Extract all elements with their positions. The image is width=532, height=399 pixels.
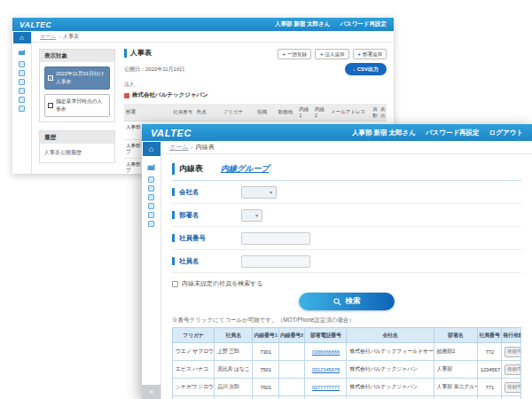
breadcrumb: ホーム › 内線表 bbox=[161, 141, 532, 154]
form-row: 会社名 ▼ bbox=[172, 181, 521, 204]
publish-date: 公開日：2022年11月10日 bbox=[124, 66, 184, 74]
request-status-button[interactable]: 依頼中 bbox=[505, 382, 520, 393]
department-select[interactable]: ▼ bbox=[241, 209, 262, 222]
table-header-row: 部署社員番号 氏名フリガナ 役職勤務地 内線1内線2 メールアドレス異動 表示 bbox=[124, 104, 387, 121]
table-row: シナガワ ジロウ品川 次郎 7601 0377777777 株式会社バルテックジ… bbox=[173, 379, 521, 396]
home-icon[interactable]: ⌂ bbox=[143, 142, 160, 156]
display-target-heading: 表示対象 bbox=[40, 50, 114, 62]
plus-icon: ＋ bbox=[357, 51, 363, 58]
employee-number-input[interactable] bbox=[241, 232, 310, 245]
logged-in-user: 人事部 新宿 太郎さん bbox=[352, 129, 416, 137]
sidebar-expand-button[interactable]: » bbox=[142, 385, 160, 399]
menu-icon[interactable] bbox=[148, 221, 154, 227]
menu-icon[interactable] bbox=[148, 185, 154, 192]
breadcrumb-home-link[interactable]: ホーム bbox=[40, 33, 56, 41]
home-icon[interactable]: ⌂ bbox=[13, 32, 31, 43]
base-date-hr-table-option[interactable]: 指定基準日時点の人事表 bbox=[44, 94, 110, 117]
extension-table: フリガナ社員名 内線番号1内線番号2 部署電話番号会社名 部署名社員番号 発行依… bbox=[172, 327, 521, 399]
menu-icon[interactable] bbox=[19, 106, 25, 112]
employee-name-input[interactable] bbox=[241, 255, 310, 268]
plus-icon: ＋ bbox=[319, 51, 325, 58]
option-label: 2022年11月01日付け人事表 bbox=[56, 70, 106, 86]
plus-icon: ＋ bbox=[282, 51, 287, 58]
add-corporation-button[interactable]: ＋法人追加 bbox=[315, 49, 349, 59]
request-status-button[interactable]: 依頼中 bbox=[505, 347, 520, 357]
add-department-button[interactable]: ＋部署追加 bbox=[353, 49, 387, 59]
employee-number-label: 社員番号 bbox=[172, 234, 241, 242]
menu-icon[interactable] bbox=[19, 61, 25, 67]
menu-icon[interactable] bbox=[148, 203, 154, 209]
breadcrumb: ホーム › 人事表 bbox=[32, 31, 394, 43]
checked-checkbox-icon: ✓ bbox=[48, 75, 53, 81]
breadcrumb-separator-icon: › bbox=[191, 145, 192, 151]
password-reset-link[interactable]: パスワード再設定 bbox=[426, 129, 480, 137]
table-row: ウエノ サブロウ上野 三郎 7301 0366666666 株式会社バルテックフ… bbox=[173, 343, 521, 361]
valtec-logo: VALTEC bbox=[151, 128, 192, 138]
request-status-button[interactable]: 依頼中 bbox=[505, 364, 520, 375]
table-header-row: フリガナ社員名 内線番号1内線番号2 部署電話番号会社名 部署名社員番号 発行依… bbox=[173, 328, 521, 343]
menu-icon[interactable] bbox=[148, 194, 154, 200]
chevrons-right-icon: » bbox=[149, 387, 153, 396]
call-note: ※番号クリックにてコールが可能です。（MOT/Phone設定済の場合） bbox=[172, 317, 521, 325]
search-button[interactable]: 検索 bbox=[299, 293, 395, 310]
app-header: VALTEC 人事部 新宿 太郎さん パスワード再設定 bbox=[12, 18, 394, 31]
menu-icon[interactable] bbox=[148, 212, 154, 218]
phone-link[interactable]: 0366666666 bbox=[312, 349, 340, 355]
logout-link[interactable]: ログアウト bbox=[489, 129, 523, 137]
sidebar: ⌂ » bbox=[142, 141, 161, 399]
bulk-register-button[interactable]: ＋一括登録 bbox=[278, 49, 312, 59]
option-label: 指定基準日時点の人事表 bbox=[56, 98, 106, 113]
tab-extension-group[interactable]: 内線グループ bbox=[221, 163, 270, 175]
breadcrumb-home-link[interactable]: ホーム bbox=[169, 143, 188, 152]
corporation-icon bbox=[124, 93, 129, 98]
logged-in-user: 人事部 新宿 太郎さん bbox=[275, 20, 330, 28]
form-row: 社員名 bbox=[172, 250, 521, 273]
organization-icon[interactable] bbox=[146, 162, 156, 171]
form-row: 部署名 ▼ bbox=[172, 204, 521, 227]
breadcrumb-separator-icon: › bbox=[59, 34, 60, 39]
unset-extension-filter: 内線未設定の社員を検索する bbox=[172, 279, 521, 288]
company-name-label: 会社名 bbox=[172, 188, 241, 196]
menu-icon[interactable] bbox=[19, 88, 25, 94]
corporation-label: 法人 bbox=[124, 81, 387, 89]
table-row: エビス ハナコ恵比寿 はなこ 7501 0312345678 株式会社バルテック… bbox=[173, 361, 521, 379]
tab-extension-table[interactable]: 内線表 bbox=[172, 163, 203, 175]
employee-name-label: 社員名 bbox=[172, 257, 241, 265]
chevron-down-icon: ▼ bbox=[254, 213, 259, 218]
tab-bar: 内線表 内線グループ bbox=[172, 163, 521, 181]
unset-extension-checkbox[interactable] bbox=[172, 281, 178, 287]
search-icon bbox=[333, 298, 341, 306]
csv-export-button[interactable]: ↓CSV出力 bbox=[345, 63, 387, 75]
dated-hr-table-option[interactable]: ✓ 2022年11月01日付け人事表 bbox=[44, 66, 110, 90]
checkbox-label: 内線未設定の社員を検索する bbox=[182, 279, 263, 288]
menu-icon[interactable] bbox=[19, 97, 25, 103]
menu-icon[interactable] bbox=[148, 176, 154, 183]
menu-icon[interactable] bbox=[19, 70, 25, 76]
app-header: VALTEC 人事部 新宿 太郎さん パスワード再設定 ログアウト bbox=[142, 124, 532, 141]
extension-table-main: 内線表 内線グループ 会社名 ▼ 部署名 ▼ 社員番号 社員名 bbox=[161, 154, 532, 399]
sidebar: ⌂ bbox=[12, 31, 32, 174]
breadcrumb-current: 人事表 bbox=[63, 33, 79, 41]
company-select[interactable]: ▼ bbox=[241, 186, 277, 199]
corporation-name: 株式会社バルテックジャパン bbox=[124, 91, 387, 99]
breadcrumb-current: 内線表 bbox=[196, 143, 215, 152]
form-row: 社員番号 bbox=[172, 227, 521, 250]
extension-table-window: VALTEC 人事部 新宿 太郎さん パスワード再設定 ログアウト ⌂ » ホー… bbox=[142, 124, 532, 399]
phone-link[interactable]: 0377777777 bbox=[312, 385, 340, 390]
phone-link[interactable]: 0312345678 bbox=[312, 367, 340, 372]
table-row: シンジュク タロウ新宿 太郎 7302 0312345678 株式会社バルテック… bbox=[173, 396, 521, 399]
valtec-logo: VALTEC bbox=[20, 20, 51, 29]
history-heading: 履歴 bbox=[40, 131, 114, 144]
hr-table-history-link[interactable]: 人事表公開履歴 bbox=[44, 148, 110, 158]
download-icon: ↓ bbox=[353, 66, 356, 72]
menu-icon[interactable] bbox=[19, 79, 25, 85]
page-title: 人事表 bbox=[124, 49, 152, 58]
unchecked-checkbox-icon bbox=[48, 103, 53, 108]
department-name-label: 部署名 bbox=[172, 211, 241, 219]
organization-icon[interactable] bbox=[18, 48, 26, 56]
password-reset-link[interactable]: パスワード再設定 bbox=[340, 20, 387, 28]
filter-panel: 表示対象 ✓ 2022年11月01日付け人事表 指定基準日時点の人事表 bbox=[39, 49, 115, 168]
chevron-down-icon: ▼ bbox=[269, 190, 273, 195]
